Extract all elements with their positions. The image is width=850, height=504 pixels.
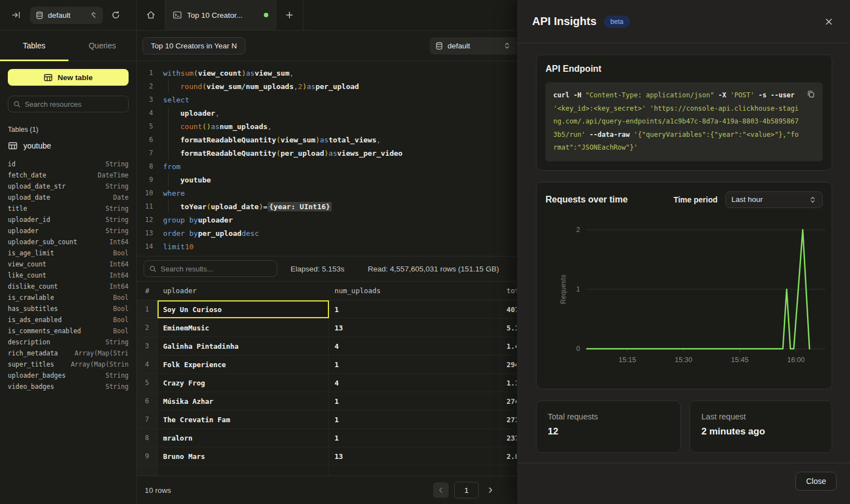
table-cell[interactable]: 274 [501,392,517,410]
schema-row: uploaderString [8,225,129,236]
query-tab[interactable]: Top 10 Creator... [165,0,276,30]
table-cell[interactable]: Soy Un Curioso [158,300,329,318]
schema-row: descriptionString [8,337,129,348]
table-cell[interactable]: The Crevatin Fam [158,411,329,428]
table-cell[interactable]: 1 [329,355,501,373]
collapse-sidebar-icon[interactable] [9,8,23,22]
curl-command: curl -H "Content-Type: application/json"… [546,82,823,161]
schema-row: rich_metadataArray(Map(Stri [8,348,129,359]
table-cell[interactable]: Músika Azhar [158,392,329,410]
sidebar-tabs: Tables Queries [0,31,136,61]
table-cell[interactable]: 2.8 [501,447,517,465]
tab-queries[interactable]: Queries [68,31,137,61]
column-type: String [105,227,129,235]
refresh-icon[interactable] [109,8,123,22]
sql-editor[interactable]: 1with sum(view_count) as view_sum,2round… [137,61,517,256]
table-cell[interactable]: Crazy Frog [158,374,329,392]
query-database-value: default [448,42,499,50]
table-cell[interactable]: 1 [329,392,501,410]
schema-row: like_countInt64 [8,270,129,281]
row-count: 10 rows [145,486,171,495]
table-cell[interactable]: 1.1 [501,374,517,392]
schema-row: super_titlesArray(Map(Strin [8,359,129,370]
table-cell[interactable]: Folk Experience [158,355,329,373]
column-name: uploader_badges [8,372,66,379]
svg-text:0: 0 [576,345,580,353]
editor-line: 12group by uploader [137,213,517,226]
last-request-label: Last request [701,412,820,421]
time-period-selector[interactable]: Last hour [725,191,823,208]
table-row: 6Músika Azhar1274 [137,392,517,411]
api-endpoint-card: API Endpoint curl -H "Content-Type: appl… [536,55,832,171]
column-name: fetch_date [8,171,46,179]
database-selector-value: default [48,11,85,19]
line-number: 13 [137,229,153,237]
table-cell[interactable]: 5.1 [501,319,517,337]
table-cell[interactable]: 237 [501,429,517,447]
terminal-icon [173,11,182,19]
table-cell[interactable]: 4 [329,374,501,392]
line-number: 11 [137,202,153,210]
sidebar-item-youtube[interactable]: youtube [8,141,129,151]
schema-row: fetch_dateDateTime [8,170,129,181]
schema-row: dislike_countInt64 [8,281,129,292]
schema-list: idStringfetch_dateDateTimeupload_date_st… [8,159,129,392]
editor-line: 10where [137,186,517,200]
table-cell[interactable]: 1 [329,429,501,447]
new-table-button[interactable]: New table [8,69,129,86]
last-request-card: Last request 2 minutes ago [690,401,832,453]
column-type: Array(Map(Stri [75,349,129,357]
page-number[interactable]: 1 [454,482,479,498]
table-cell[interactable]: 4 [329,337,501,355]
next-page-button[interactable] [484,484,497,496]
column-header-index: # [137,286,158,295]
tab-tables[interactable]: Tables [0,31,68,61]
column-type: Int64 [109,260,129,268]
table-cell[interactable]: EminemMusic [158,319,329,337]
column-name: has_subtitles [8,305,58,313]
table-row: 4Folk Experience1294 [137,355,517,374]
column-type: Bool [113,305,129,313]
table-name: youtube [23,141,51,150]
table-cell[interactable]: mralorn [158,429,329,447]
resource-search-input[interactable] [24,100,123,108]
database-icon [435,42,443,50]
chevron-right-icon [487,486,494,494]
table-cell[interactable]: 1 [329,300,501,318]
table-cell[interactable]: 13 [329,447,501,465]
table-cell[interactable]: 271 [501,411,517,428]
home-button[interactable] [137,0,165,30]
search-icon [149,265,157,273]
copy-icon[interactable] [805,88,817,100]
api-endpoint-title: API Endpoint [546,64,823,74]
pagination: 1 [433,482,497,498]
database-selector[interactable]: default [30,7,103,24]
plus-icon [285,11,294,19]
column-name: is_comments_enabled [8,327,81,335]
query-title[interactable]: Top 10 Creators in Year N [143,37,245,55]
query-tab-title: Top 10 Creator... [187,11,259,19]
row-index: 9 [137,447,158,465]
chevron-updown-icon [503,41,511,50]
search-icon [13,100,21,108]
table-cell[interactable]: 294 [501,355,517,373]
line-number: 6 [137,136,153,144]
table-cell[interactable]: 1 [329,411,501,428]
table-cell[interactable]: 407 [501,300,517,318]
line-number: 2 [137,82,153,90]
table-cell[interactable]: Galinha Pintadinha [158,337,329,355]
table-icon [43,73,53,82]
new-tab-button[interactable] [276,0,303,30]
close-panel-button[interactable] [822,15,836,28]
query-database-selector[interactable]: default [430,37,517,55]
sidebar: default Tables Queries New table Tables … [0,0,137,504]
results-search-input[interactable] [161,265,272,273]
table-cell[interactable]: Bruno Mars [158,447,329,465]
total-requests-label: Total requests [548,412,669,421]
column-name: dislike_count [8,283,58,290]
previous-page-button[interactable] [433,482,449,498]
table-cell[interactable]: 13 [329,319,501,337]
close-button[interactable]: Close [795,472,837,491]
table-cell[interactable]: 1.4 [501,337,517,355]
column-name: is_ads_enabled [8,316,62,324]
